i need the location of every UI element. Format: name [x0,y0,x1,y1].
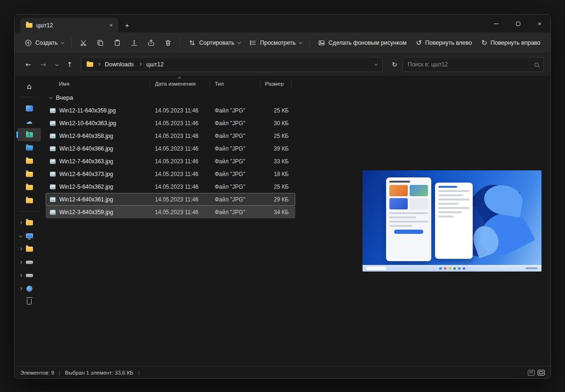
chevron-down-icon [56,63,58,65]
create-button[interactable]: Создать [20,36,67,50]
item-count: Элементов: 9 [20,370,54,376]
file-row[interactable]: Win12-6-640x373.jpg 14.05.2023 11:46 Фай… [46,168,295,180]
new-tab-button[interactable]: + [121,19,133,31]
file-name-cell: Win12-5-640x362.jpg [46,184,150,190]
chevron-down-icon [299,41,302,44]
more-button[interactable]: ⋯ [546,36,551,50]
search-box [403,57,544,72]
file-type: Файл "JPG" [210,120,260,127]
copy-button[interactable] [92,36,108,50]
sidebar-item-folder-2[interactable] [17,168,41,181]
view-list-icon [249,39,257,47]
rotate-right-icon: ↻ [481,40,487,46]
sidebar-item-home[interactable]: ⌂ [17,80,41,93]
jpg-file-icon [49,196,56,203]
tab-close-icon[interactable]: × [107,21,115,30]
close-button[interactable]: × [529,15,550,32]
file-date: 14.05.2023 11:46 [150,158,210,165]
file-size: 29 КБ [260,196,289,203]
tab-current[interactable]: цшт12 × [20,18,118,32]
tab-bar: цшт12 × + × [15,15,550,32]
pictures-icon [26,145,33,151]
file-date: 14.05.2023 11:46 [150,120,210,127]
thumbnail-view-toggle[interactable] [538,370,545,376]
file-row[interactable]: Win12-7-640x363.jpg 14.05.2023 11:46 Фай… [46,155,295,168]
forward-button[interactable]: → [36,57,50,72]
preview-taskbar [363,265,541,272]
column-header-size[interactable]: Размер [260,80,291,88]
cut-button[interactable] [75,36,91,50]
sidebar-item-pictures[interactable] [17,141,41,154]
address-bar[interactable]: Downloads цшт12 [81,57,383,72]
sidebar-item-recycle-bin[interactable] [17,295,41,308]
tree-1-icon [26,247,33,252]
chevron-right-icon [97,63,100,65]
file-name: Win12-5-640x362.jpg [59,184,113,190]
column-header-date[interactable]: Дата изменения [150,80,210,88]
details-view-toggle[interactable] [528,370,535,376]
recent-locations-button[interactable] [51,57,62,72]
file-row[interactable]: Win12-3-640x359.jpg 14.05.2023 11:46 Фай… [46,206,295,218]
set-wallpaper-button[interactable]: Сделать фоновым рисунком [314,36,411,50]
view-button[interactable]: Просмотреть [245,36,305,50]
file-size: 25 КБ [260,107,289,114]
network-icon [26,286,32,292]
file-row[interactable]: Win12-11-640x359.jpg 14.05.2023 11:46 Фа… [46,104,295,117]
status-divider: | [138,370,139,376]
sidebar-item-folder-4[interactable] [17,194,41,207]
file-size: 34 КБ [260,209,289,216]
back-button[interactable]: ← [21,57,35,72]
group-header-yesterday[interactable]: Вчера [46,91,354,104]
sidebar-item-tree-1[interactable] [17,242,41,256]
rotate-left-button[interactable]: ↺ Повернуть влево [412,36,476,49]
column-header-name[interactable]: Имя [46,80,150,88]
chevron-right-icon [19,248,22,250]
image-icon [318,39,325,47]
paste-button[interactable] [109,36,125,50]
up-button[interactable]: ↑ [63,57,77,72]
file-row[interactable]: Win12-5-640x362.jpg 14.05.2023 11:46 Фай… [46,180,295,193]
file-date: 14.05.2023 11:46 [150,171,210,177]
file-name-cell: Win12-8-640x366.jpg [46,145,150,152]
rename-button[interactable] [126,36,142,50]
address-dropdown-icon[interactable] [374,62,377,65]
file-row[interactable]: Win12-8-640x366.jpg 14.05.2023 11:46 Фай… [46,142,295,155]
column-header-type[interactable]: Тип [210,80,260,88]
file-row[interactable]: Win12-4-640x361.jpg 14.05.2023 11:46 Фай… [46,193,295,206]
file-row[interactable]: Win12-10-640x363.jpg 14.05.2023 11:46 Фа… [46,117,295,129]
sort-icon [188,39,196,47]
sidebar-item-onedrive[interactable]: ☁ [17,115,41,128]
sidebar-item-downloads[interactable] [17,128,41,141]
sidebar-item-gallery[interactable] [17,102,41,115]
refresh-button[interactable]: ↻ [387,57,402,72]
file-size: 18 КБ [260,171,289,177]
maximize-button[interactable] [507,15,529,32]
delete-button[interactable] [160,36,176,50]
sidebar-item-drive-1[interactable] [17,256,41,269]
onedrive-icon: ☁ [26,118,32,125]
breadcrumb-downloads[interactable]: Downloads [104,60,135,69]
sidebar-item-network[interactable] [17,282,41,295]
minimize-icon [494,24,499,24]
file-name: Win12-11-640x359.jpg [59,107,116,114]
navigation-bar: ← → ↑ Downloads цшт12 ↻ [15,53,550,76]
file-name-cell: Win12-9-640x358.jpg [46,133,150,139]
breadcrumb-current[interactable]: цшт12 [145,60,165,69]
file-type: Файл "JPG" [210,158,260,165]
search-input[interactable] [408,61,531,68]
file-row[interactable]: Win12-9-640x358.jpg 14.05.2023 11:46 Фай… [46,129,295,142]
sidebar-item-drive-2[interactable] [17,269,41,282]
file-date: 14.05.2023 11:46 [150,107,210,114]
drive-2-icon [26,274,33,277]
rotate-right-button[interactable]: ↻ Повернуть вправо [477,36,545,49]
sidebar-item-folder-3[interactable] [17,181,41,194]
folder-2-icon [26,172,33,177]
sort-button[interactable]: Сортировать [184,36,244,50]
sidebar-item-tree-folder[interactable] [17,216,41,229]
paste-icon [113,39,121,47]
sidebar-item-this-pc[interactable] [17,229,41,242]
minimize-button[interactable] [485,15,507,32]
sidebar-item-folder-1[interactable] [17,154,41,168]
copy-icon [97,39,104,47]
share-button[interactable] [143,36,159,50]
